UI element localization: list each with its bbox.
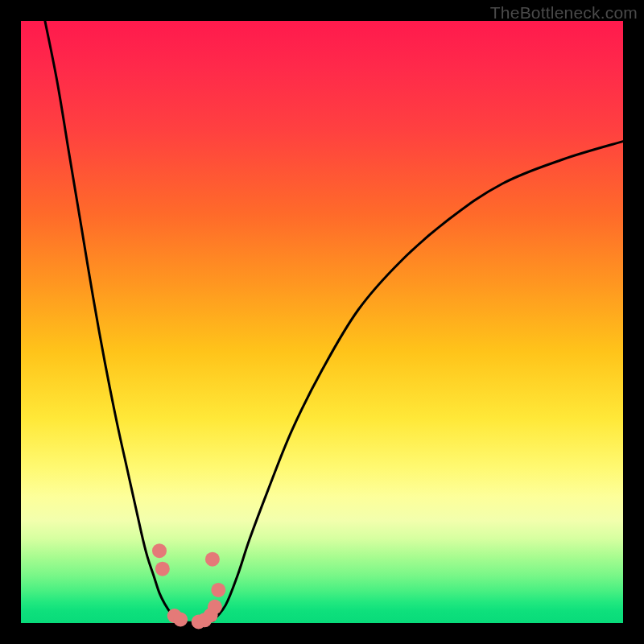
watermark-text: TheBottleneck.com	[490, 3, 638, 23]
trough-marker	[208, 600, 222, 614]
curve-path	[45, 21, 623, 622]
trough-marker	[155, 562, 170, 576]
chart-frame: TheBottleneck.com	[0, 0, 644, 644]
trough-markers	[152, 543, 225, 629]
curve-layer	[21, 21, 623, 623]
trough-marker	[173, 613, 188, 627]
trough-marker	[152, 543, 167, 558]
bottleneck-curve	[45, 21, 623, 622]
trough-marker	[211, 583, 225, 597]
trough-marker	[205, 552, 220, 567]
